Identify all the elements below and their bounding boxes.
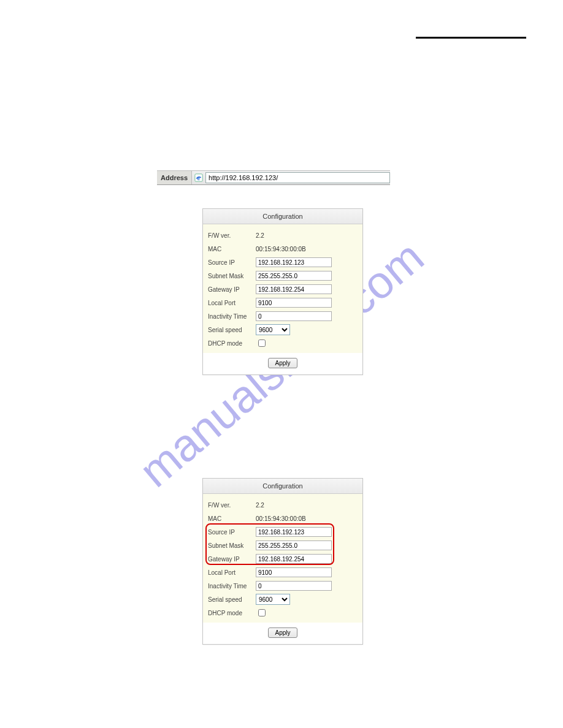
config-header: Configuration bbox=[203, 209, 362, 224]
mac-label-2: MAC bbox=[208, 515, 256, 522]
serial-speed-select[interactable]: 9600 bbox=[256, 324, 290, 335]
serial-speed-label-2: Serial speed bbox=[208, 596, 256, 603]
row-mac: MAC 00:15:94:30:00:0B bbox=[208, 243, 358, 255]
apply-button[interactable]: Apply bbox=[268, 358, 297, 368]
mac-label: MAC bbox=[208, 246, 256, 252]
fw-ver-label-2: F/W ver. bbox=[208, 502, 256, 509]
row-gateway-ip: Gateway IP bbox=[208, 283, 358, 295]
row-dhcp-mode: DHCP mode bbox=[208, 337, 358, 349]
address-bar: Address e http://192.168.192.123/ bbox=[157, 170, 390, 185]
mac-value: 00:15:94:30:00:0B bbox=[256, 246, 306, 252]
inactivity-time-label-2: Inactivity Time bbox=[208, 583, 256, 590]
row-local-port-2: Local Port bbox=[208, 566, 358, 578]
row-gateway-ip-2: Gateway IP bbox=[208, 553, 358, 565]
subnet-mask-input-2[interactable] bbox=[256, 540, 332, 550]
subnet-mask-input[interactable] bbox=[256, 271, 332, 281]
configuration-panel-1: Configuration F/W ver. 2.2 MAC 00:15:94:… bbox=[202, 208, 363, 375]
dhcp-mode-label: DHCP mode bbox=[208, 340, 256, 347]
fw-ver-value: 2.2 bbox=[256, 232, 264, 239]
source-ip-input[interactable] bbox=[256, 257, 332, 267]
row-dhcp-mode-2: DHCP mode bbox=[208, 607, 358, 619]
inactivity-time-label: Inactivity Time bbox=[208, 313, 256, 320]
serial-speed-select-2[interactable]: 9600 bbox=[256, 594, 290, 605]
source-ip-label-2: Source IP bbox=[208, 529, 256, 536]
address-label: Address bbox=[157, 171, 192, 184]
fw-ver-label: F/W ver. bbox=[208, 232, 256, 239]
top-rule bbox=[416, 37, 526, 39]
local-port-input-2[interactable] bbox=[256, 567, 332, 577]
subnet-mask-label: Subnet Mask bbox=[208, 273, 256, 279]
apply-button-2[interactable]: Apply bbox=[268, 628, 297, 638]
dhcp-mode-checkbox[interactable] bbox=[258, 339, 266, 347]
row-local-port: Local Port bbox=[208, 297, 358, 309]
row-subnet-mask-2: Subnet Mask bbox=[208, 539, 358, 552]
mac-value-2: 00:15:94:30:00:0B bbox=[256, 515, 306, 522]
row-inactivity-time-2: Inactivity Time bbox=[208, 580, 358, 592]
row-fw-ver: F/W ver. 2.2 bbox=[208, 229, 358, 241]
ie-page-icon: e bbox=[194, 173, 204, 183]
row-subnet-mask: Subnet Mask bbox=[208, 270, 358, 282]
gateway-ip-input[interactable] bbox=[256, 284, 332, 294]
row-source-ip-2: Source IP bbox=[208, 526, 358, 538]
local-port-label: Local Port bbox=[208, 300, 256, 306]
row-serial-speed: Serial speed 9600 bbox=[208, 324, 358, 336]
address-url-input[interactable]: http://192.168.192.123/ bbox=[205, 172, 390, 183]
serial-speed-label: Serial speed bbox=[208, 327, 256, 333]
dhcp-mode-checkbox-2[interactable] bbox=[258, 609, 266, 616]
dhcp-mode-label-2: DHCP mode bbox=[208, 610, 256, 616]
inactivity-time-input[interactable] bbox=[256, 311, 332, 321]
row-inactivity-time: Inactivity Time bbox=[208, 310, 358, 322]
inactivity-time-input-2[interactable] bbox=[256, 581, 332, 591]
row-source-ip: Source IP bbox=[208, 256, 358, 268]
row-mac-2: MAC 00:15:94:30:00:0B bbox=[208, 512, 358, 525]
gateway-ip-label: Gateway IP bbox=[208, 286, 256, 293]
gateway-ip-label-2: Gateway IP bbox=[208, 556, 256, 563]
configuration-panel-2: Configuration F/W ver. 2.2 MAC 00:15:94:… bbox=[202, 478, 363, 645]
local-port-input[interactable] bbox=[256, 298, 332, 308]
fw-ver-value-2: 2.2 bbox=[256, 502, 264, 509]
gateway-ip-input-2[interactable] bbox=[256, 554, 332, 564]
row-serial-speed-2: Serial speed 9600 bbox=[208, 593, 358, 605]
source-ip-input-2[interactable] bbox=[256, 527, 332, 537]
local-port-label-2: Local Port bbox=[208, 569, 256, 576]
svg-text:e: e bbox=[197, 176, 201, 181]
config-header-2: Configuration bbox=[203, 479, 362, 494]
subnet-mask-label-2: Subnet Mask bbox=[208, 542, 256, 549]
row-fw-ver-2: F/W ver. 2.2 bbox=[208, 499, 358, 511]
source-ip-label: Source IP bbox=[208, 259, 256, 266]
